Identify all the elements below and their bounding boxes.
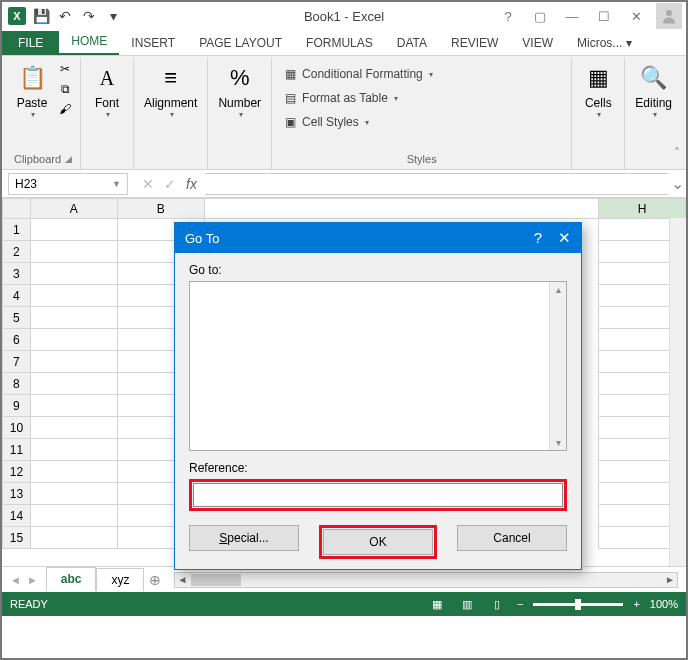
- goto-listbox[interactable]: ▴▾: [189, 281, 567, 451]
- row-header[interactable]: 11: [3, 439, 31, 461]
- row-header[interactable]: 6: [3, 329, 31, 351]
- goto-label: Go to:: [189, 263, 567, 277]
- page-break-view-icon[interactable]: ▯: [487, 596, 507, 612]
- format-as-table-label: Format as Table: [302, 91, 388, 105]
- formula-input[interactable]: [205, 173, 668, 195]
- normal-view-icon[interactable]: ▦: [427, 596, 447, 612]
- redo-icon[interactable]: ↷: [78, 5, 100, 27]
- zoom-slider[interactable]: [533, 603, 623, 606]
- ribbon-tabs: FILE HOME INSERT PAGE LAYOUT FORMULAS DA…: [2, 30, 686, 56]
- dialog-close-icon[interactable]: ✕: [558, 229, 571, 247]
- tab-view[interactable]: VIEW: [510, 31, 565, 55]
- scroll-thumb[interactable]: [191, 574, 241, 586]
- horizontal-scrollbar[interactable]: ◄ ►: [174, 572, 678, 588]
- conditional-formatting-button[interactable]: ▦ Conditional Formatting▾: [278, 64, 437, 84]
- svg-point-0: [666, 10, 672, 16]
- row-header[interactable]: 9: [3, 395, 31, 417]
- group-cells: ▦ Cells ▾: [572, 58, 625, 169]
- user-avatar-icon[interactable]: [656, 3, 682, 29]
- tab-home[interactable]: HOME: [59, 29, 119, 55]
- row-header[interactable]: 8: [3, 373, 31, 395]
- paste-button[interactable]: 📋 Paste ▾: [12, 60, 52, 121]
- tab-formulas[interactable]: FORMULAS: [294, 31, 385, 55]
- cell-styles-icon: ▣: [282, 114, 298, 130]
- collapse-ribbon-icon[interactable]: ˄: [674, 146, 680, 160]
- tab-insert[interactable]: INSERT: [119, 31, 187, 55]
- paste-label: Paste: [17, 96, 48, 110]
- group-clipboard: 📋 Paste ▾ ✂ ⧉ 🖌 Clipboard◢: [6, 58, 81, 169]
- enter-formula-icon[interactable]: ✓: [164, 176, 176, 192]
- scroll-left-icon[interactable]: ◄: [175, 574, 189, 585]
- cancel-button[interactable]: Cancel: [457, 525, 567, 551]
- row-header[interactable]: 13: [3, 483, 31, 505]
- row-header[interactable]: 15: [3, 527, 31, 549]
- help-icon[interactable]: ?: [496, 6, 520, 26]
- clipboard-launcher-icon[interactable]: ◢: [65, 154, 72, 164]
- row-header[interactable]: 7: [3, 351, 31, 373]
- sheet-nav-next-icon[interactable]: ►: [27, 574, 38, 586]
- row-header[interactable]: 3: [3, 263, 31, 285]
- ribbon-display-icon[interactable]: ▢: [528, 6, 552, 26]
- scroll-right-icon[interactable]: ►: [663, 574, 677, 585]
- add-sheet-icon[interactable]: ⊕: [144, 572, 166, 588]
- row-header[interactable]: 2: [3, 241, 31, 263]
- col-header-h[interactable]: H: [599, 199, 686, 219]
- sheet-nav-prev-icon[interactable]: ◄: [10, 574, 21, 586]
- select-all-corner[interactable]: [3, 199, 31, 219]
- row-header[interactable]: 5: [3, 307, 31, 329]
- number-button[interactable]: % Number ▾: [214, 60, 265, 121]
- font-button[interactable]: A Font ▾: [87, 60, 127, 121]
- cell-styles-label: Cell Styles: [302, 115, 359, 129]
- row-header[interactable]: 10: [3, 417, 31, 439]
- window-title: Book1 - Excel: [304, 9, 384, 24]
- special-button[interactable]: Special...: [189, 525, 299, 551]
- close-icon[interactable]: ✕: [624, 6, 648, 26]
- zoom-level[interactable]: 100%: [650, 598, 678, 610]
- dialog-help-icon[interactable]: ?: [534, 229, 542, 247]
- zoom-in-icon[interactable]: +: [633, 598, 639, 610]
- format-as-table-button[interactable]: ▤ Format as Table▾: [278, 88, 402, 108]
- expand-formula-bar-icon[interactable]: ⌄: [668, 174, 686, 193]
- sheet-tab-abc[interactable]: abc: [46, 567, 97, 592]
- clipboard-label: Clipboard: [14, 153, 61, 165]
- tab-addins[interactable]: Micros... ▾: [565, 31, 644, 55]
- col-header-b[interactable]: B: [117, 199, 204, 219]
- fx-icon[interactable]: fx: [186, 176, 197, 192]
- vertical-scrollbar[interactable]: [669, 218, 686, 566]
- save-icon[interactable]: 💾: [30, 5, 52, 27]
- alignment-button[interactable]: ≡ Alignment ▾: [140, 60, 201, 121]
- row-header[interactable]: 4: [3, 285, 31, 307]
- goto-list-scrollbar[interactable]: ▴▾: [549, 282, 566, 450]
- row-header[interactable]: 12: [3, 461, 31, 483]
- cancel-formula-icon[interactable]: ✕: [142, 176, 154, 192]
- dialog-title-text: Go To: [185, 231, 219, 246]
- tab-review[interactable]: REVIEW: [439, 31, 510, 55]
- sheet-tab-xyz[interactable]: xyz: [96, 568, 144, 591]
- dialog-titlebar[interactable]: Go To ? ✕: [175, 223, 581, 253]
- name-box[interactable]: H23 ▼: [8, 173, 128, 195]
- qat-customize-icon[interactable]: ▾: [102, 5, 124, 27]
- page-layout-view-icon[interactable]: ▥: [457, 596, 477, 612]
- tab-file[interactable]: FILE: [2, 31, 59, 55]
- format-painter-icon[interactable]: 🖌: [56, 100, 74, 118]
- status-ready: READY: [10, 598, 48, 610]
- cut-icon[interactable]: ✂: [56, 60, 74, 78]
- row-header[interactable]: 1: [3, 219, 31, 241]
- ok-button[interactable]: OK: [323, 529, 433, 555]
- zoom-out-icon[interactable]: −: [517, 598, 523, 610]
- conditional-formatting-label: Conditional Formatting: [302, 67, 423, 81]
- cell-styles-button[interactable]: ▣ Cell Styles▾: [278, 112, 373, 132]
- col-header-a[interactable]: A: [30, 199, 117, 219]
- name-box-value: H23: [15, 177, 37, 191]
- tab-data[interactable]: DATA: [385, 31, 439, 55]
- excel-logo-icon: X: [6, 5, 28, 27]
- reference-input[interactable]: [193, 483, 563, 507]
- maximize-icon[interactable]: ☐: [592, 6, 616, 26]
- cells-button[interactable]: ▦ Cells ▾: [578, 60, 618, 121]
- editing-button[interactable]: 🔍 Editing ▾: [631, 60, 676, 121]
- copy-icon[interactable]: ⧉: [56, 80, 74, 98]
- tab-page-layout[interactable]: PAGE LAYOUT: [187, 31, 294, 55]
- minimize-icon[interactable]: —: [560, 6, 584, 26]
- undo-icon[interactable]: ↶: [54, 5, 76, 27]
- row-header[interactable]: 14: [3, 505, 31, 527]
